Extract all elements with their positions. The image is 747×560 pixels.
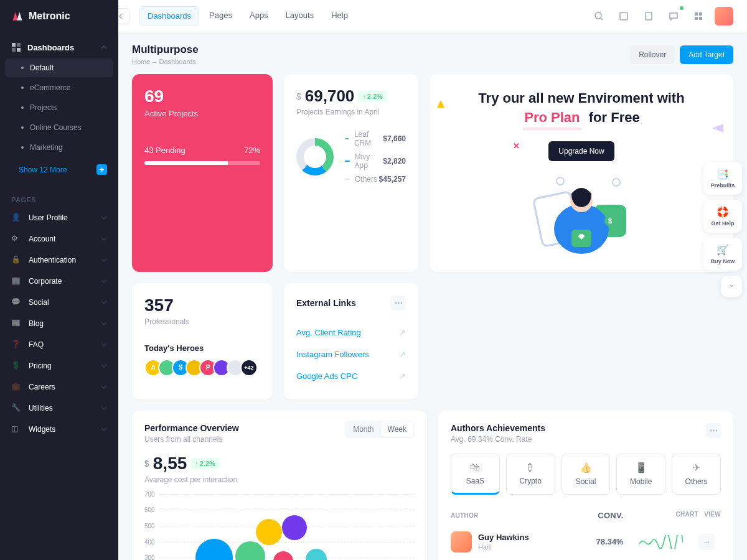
bubble-courses[interactable] [256,519,282,545]
active-projects-card: 69 Active Projects 43 Pending 72% [132,74,273,272]
topbar: DashboardsPagesAppsLayoutsHelp [118,0,747,32]
earnings-caption: Projects Earnings in April [296,108,406,116]
rollover-button[interactable]: Rollover [630,45,675,64]
sidebar-page-social[interactable]: 💬Social [0,292,118,313]
topnav-tab-layouts[interactable]: Layouts [278,6,322,26]
logo[interactable]: Metronic [0,0,118,32]
side-dock: 📑Prebuilts 🛟Get Help 🛒Buy Now ⌄ [703,162,742,297]
perf-period-toggle: Month Week [345,421,415,438]
dock-help[interactable]: 🛟Get Help [703,200,742,233]
topnav-tab-help[interactable]: Help [324,6,355,26]
hero-avatar[interactable]: +42 [240,359,258,376]
toggle-month[interactable]: Month [346,422,380,437]
user-avatar[interactable] [715,7,733,26]
pros-label: Professionals [144,317,260,326]
show-more-link[interactable]: Show 12 More + [0,158,118,181]
chat-icon[interactable] [665,7,682,25]
chevron-down-icon [101,299,107,306]
open-icon[interactable]: ↗ [399,350,406,359]
sidebar: Metronic Dashboards Default eCommerce Pr… [0,0,118,560]
earnings-change-badge: ↑ 2.2% [358,91,387,102]
sidebar-page-utilities[interactable]: 🔧Utilities [0,398,118,419]
auth-tab-saas[interactable]: 🛍SaaS [451,454,500,495]
external-link[interactable]: Google Ads CPC [296,371,357,381]
breadcrumb: Home–Dashboards [132,58,199,65]
svg-rect-9 [699,12,702,16]
page-title: Multipurpose [132,44,199,56]
auth-tab-crypto[interactable]: ₿Crypto [506,454,555,495]
dock-buy[interactable]: 🛒Buy Now [703,238,742,271]
logo-icon [11,10,24,22]
nav-head-dashboards[interactable]: Dashboards [0,36,118,58]
chevron-down-icon [101,215,107,221]
bubble-radio[interactable] [306,549,327,560]
page-icon: ◫ [11,424,21,434]
sidebar-item-marketing[interactable]: Marketing [5,138,113,157]
sidebar-page-careers[interactable]: 💼Careers [0,376,118,398]
cart-icon: 🛒 [708,244,737,256]
chevron-up-icon [101,44,107,50]
sidebar-item-projects[interactable]: Projects [5,98,113,117]
lifebuoy-icon: 🛟 [708,206,737,218]
author-name[interactable]: Guy Hawkins [478,533,529,542]
search-icon[interactable] [590,7,608,25]
page-icon: ⚙ [11,234,21,244]
progress-bar [144,161,260,165]
author-conv: 78.34% [566,537,624,546]
svg-rect-6 [620,12,627,20]
activity-icon[interactable] [615,7,632,25]
apps-icon[interactable] [690,7,707,25]
bubble-google-ads[interactable] [273,551,293,560]
earnings-card: $ 69,700 ↑ 2.2% Projects Earnings in Apr… [284,74,418,272]
auth-tab-social[interactable]: 👍Social [561,454,611,495]
auth-tab-mobile[interactable]: 📱Mobile [616,454,665,495]
plus-icon: + [96,164,107,175]
external-link[interactable]: Instagram Followers [296,350,369,359]
open-icon[interactable]: ↗ [399,371,406,381]
sidebar-page-widgets[interactable]: ◫Widgets [0,419,118,440]
dock-prebuilts[interactable]: 📑Prebuilts [703,162,742,195]
svg-rect-0 [12,43,16,47]
upgrade-button[interactable]: Upgrade Now [548,141,614,161]
clipboard-icon[interactable] [640,7,657,25]
chevron-down-icon [101,278,107,284]
open-icon[interactable]: ↗ [399,328,406,337]
tab-icon: ✈ [676,462,716,474]
logo-text: Metronic [29,11,70,22]
add-target-button[interactable]: Add Target [680,45,733,64]
active-projects-count: 69 [144,86,260,106]
decor-triangle-icon [437,100,444,108]
external-link[interactable]: Avg. Client Rating [296,328,361,337]
chevron-down-icon [101,236,107,242]
sidebar-page-blog[interactable]: 📰Blog [0,313,118,334]
sidebar-item-online-courses[interactable]: Online Courses [5,118,113,137]
toggle-week[interactable]: Week [381,422,413,437]
more-button[interactable]: ⋯ [391,296,406,310]
page-header: Multipurpose Home–Dashboards Rollover Ad… [118,32,747,74]
progress-pct: 72% [244,146,260,155]
auth-tab-others[interactable]: ✈Others [672,454,721,495]
layers-icon: 📑 [708,168,737,180]
bubble-tv-campaign[interactable] [282,515,307,540]
bubble-email-newsletter[interactable] [235,541,265,560]
sidebar-page-corporate[interactable]: 🏢Corporate [0,271,118,292]
sidebar-page-authentication[interactable]: 🔒Authentication [0,250,118,271]
topnav-tab-dashboards[interactable]: Dashboards [139,6,199,26]
sidebar-page-user-profile[interactable]: 👤User Profile [0,207,118,228]
view-author-button[interactable]: → [698,534,715,550]
dock-collapse[interactable]: ⌄ [721,276,742,297]
sidebar-item-ecommerce[interactable]: eCommerce [5,78,113,97]
sidebar-page-pricing[interactable]: 💲Pricing [0,355,118,376]
decor-x-icon: ✕ [513,141,520,151]
sidebar-collapse-button[interactable] [118,8,129,24]
perf-title: Performance Overview [144,423,239,433]
topnav-tab-apps[interactable]: Apps [242,6,276,26]
sidebar-item-default[interactable]: Default [5,58,113,77]
chevron-down-icon [101,363,107,369]
earnings-value: 69,700 [305,86,355,106]
topnav-tab-pages[interactable]: Pages [202,6,240,26]
sidebar-page-faq[interactable]: ❓FAQ [0,334,118,355]
author-row: Guy HawkinsHaiti78.34%→ [451,525,721,559]
sidebar-page-account[interactable]: ⚙Account [0,228,118,250]
more-button[interactable]: ⋯ [706,423,721,438]
